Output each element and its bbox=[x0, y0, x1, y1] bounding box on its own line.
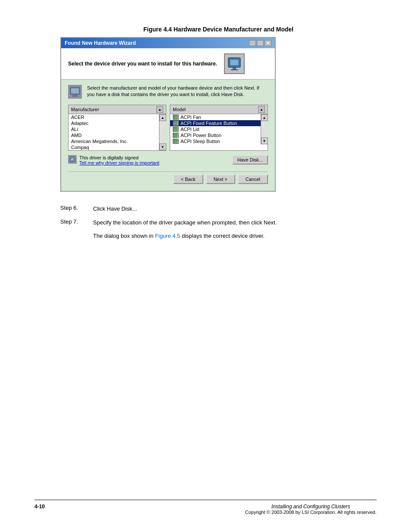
model-header: Model ▲ bbox=[170, 105, 268, 114]
list-item[interactable]: ACPI Power Button bbox=[170, 132, 261, 138]
svg-line-16 bbox=[177, 122, 178, 123]
device-icon bbox=[173, 121, 179, 126]
wizard-title: Found New Hardware Wizard bbox=[65, 40, 136, 46]
wizard-lists: Manufacturer ▲ ACER Adaptec ALi AMD Amer… bbox=[68, 105, 268, 151]
close-button[interactable]: ✕ bbox=[265, 40, 271, 46]
wizard-titlebar: Found New Hardware Wizard _ □ ✕ bbox=[61, 38, 275, 48]
list-item[interactable]: Compaq bbox=[68, 144, 159, 150]
driver-signed-text: This driver is digitally signed Tell me … bbox=[79, 155, 159, 165]
model-scrollbar[interactable]: ▲ ▼ bbox=[261, 114, 268, 144]
svg-marker-15 bbox=[173, 121, 177, 122]
wizard-dialog: Found New Hardware Wizard _ □ ✕ Select t… bbox=[60, 37, 276, 192]
list-item[interactable]: ALi bbox=[68, 126, 159, 132]
svg-line-31 bbox=[177, 140, 178, 141]
have-disk-button[interactable]: Have Disk... bbox=[232, 155, 268, 165]
svg-line-11 bbox=[177, 116, 178, 117]
back-button[interactable]: < Back bbox=[173, 174, 203, 184]
svg-rect-19 bbox=[173, 128, 177, 131]
step-6-row: Step 6. Click Have Disk... bbox=[60, 205, 377, 213]
minimize-button[interactable]: _ bbox=[249, 40, 256, 46]
svg-rect-24 bbox=[173, 134, 177, 137]
step-7-content: Specify the location of the driver packa… bbox=[93, 218, 277, 227]
svg-rect-29 bbox=[173, 140, 177, 143]
wizard-instruction-text: Select the manufacturer and model of you… bbox=[87, 85, 268, 99]
cancel-button[interactable]: Cancel bbox=[238, 174, 268, 184]
wizard-buttons: < Back Next > Cancel bbox=[68, 171, 268, 186]
list-item[interactable]: ACPI Fan bbox=[170, 114, 261, 120]
scroll-up-arrow[interactable]: ▲ bbox=[159, 114, 166, 121]
list-item[interactable]: ACPI Lid bbox=[170, 126, 261, 132]
svg-marker-10 bbox=[173, 115, 177, 116]
footer-copyright: Copyright © 2003-2008 by LSI Corporation… bbox=[245, 510, 377, 515]
svg-marker-20 bbox=[173, 127, 177, 128]
step-7-row: Step 7. Specify the location of the driv… bbox=[60, 218, 377, 227]
svg-marker-30 bbox=[173, 139, 177, 140]
svg-rect-4 bbox=[231, 69, 238, 70]
step-6-content: Click Have Disk... bbox=[93, 205, 137, 213]
svg-rect-1 bbox=[230, 59, 239, 65]
driver-signing-link[interactable]: Tell me why driver signing is important bbox=[79, 160, 159, 165]
step-7-label: Step 7. bbox=[60, 218, 86, 227]
model-scroll-up[interactable]: ▲ bbox=[258, 106, 265, 113]
svg-rect-14 bbox=[173, 122, 177, 125]
driver-signed-icon: ✓ bbox=[68, 155, 77, 164]
svg-rect-9 bbox=[173, 116, 177, 119]
device-icon bbox=[173, 139, 179, 144]
svg-rect-8 bbox=[72, 96, 78, 96]
scroll-down-arrow[interactable]: ▼ bbox=[159, 143, 166, 150]
manufacturer-scroll-up[interactable]: ▲ bbox=[156, 106, 163, 113]
computer-small-icon bbox=[68, 85, 82, 99]
maximize-button[interactable]: □ bbox=[257, 40, 264, 46]
footer-right: Installing and Configuring Clusters Copy… bbox=[245, 504, 377, 515]
scroll-track bbox=[261, 121, 268, 137]
figure-caption: Figure 4.4 Hardware Device Manufacturer … bbox=[60, 26, 377, 33]
manufacturer-scrollbar[interactable]: ▲ ▼ bbox=[159, 114, 166, 150]
device-icon bbox=[173, 127, 179, 132]
driver-signed-info: ✓ This driver is digitally signed Tell m… bbox=[68, 155, 159, 165]
steps-section: Step 6. Click Have Disk... Step 7. Speci… bbox=[60, 205, 377, 240]
page-number: 4-10 bbox=[34, 504, 45, 510]
wizard-instruction-row: Select the manufacturer and model of you… bbox=[68, 85, 268, 99]
titlebar-buttons: _ □ ✕ bbox=[249, 40, 271, 46]
svg-line-26 bbox=[177, 134, 178, 135]
scroll-track bbox=[159, 121, 166, 143]
model-list[interactable]: Model ▲ bbox=[170, 105, 268, 151]
svg-rect-6 bbox=[71, 88, 79, 93]
hardware-icon bbox=[224, 53, 245, 74]
wizard-header: Select the device driver you want to ins… bbox=[61, 48, 275, 80]
device-icon bbox=[173, 133, 179, 138]
manufacturer-header: Manufacturer ▲ bbox=[68, 105, 166, 114]
driver-signed-row: ✓ This driver is digitally signed Tell m… bbox=[68, 155, 268, 165]
next-button[interactable]: Next > bbox=[206, 174, 235, 184]
wizard-body: Select the manufacturer and model of you… bbox=[61, 80, 275, 191]
list-item[interactable]: AMD bbox=[68, 132, 159, 138]
list-item[interactable]: ACER bbox=[68, 114, 159, 120]
wizard-header-text: Select the device driver you want to ins… bbox=[68, 61, 217, 67]
list-item[interactable]: ACPI Sleep Button bbox=[170, 138, 261, 144]
figure-4-5-link[interactable]: Figure 4.5 bbox=[155, 233, 181, 239]
manufacturer-list[interactable]: Manufacturer ▲ ACER Adaptec ALi AMD Amer… bbox=[68, 105, 166, 151]
page-footer: 4-10 Installing and Configuring Clusters… bbox=[34, 500, 377, 515]
svg-text:✓: ✓ bbox=[71, 157, 74, 162]
list-item[interactable]: American Megatrends, Inc. bbox=[68, 138, 159, 144]
scroll-up-arrow[interactable]: ▲ bbox=[261, 114, 268, 121]
device-icon bbox=[173, 115, 179, 120]
svg-line-21 bbox=[177, 128, 178, 129]
svg-rect-7 bbox=[74, 94, 76, 96]
svg-marker-25 bbox=[173, 133, 177, 134]
list-item[interactable]: Adaptec bbox=[68, 120, 159, 126]
footer-title: Installing and Configuring Clusters bbox=[245, 504, 377, 510]
list-item-selected[interactable]: ACPI Fixed Feature Button bbox=[170, 120, 261, 126]
step-7-subtext: The dialog box shown in Figure 4.5 displ… bbox=[93, 232, 377, 240]
step-6-label: Step 6. bbox=[60, 205, 86, 213]
scroll-down-arrow[interactable]: ▼ bbox=[261, 137, 268, 144]
